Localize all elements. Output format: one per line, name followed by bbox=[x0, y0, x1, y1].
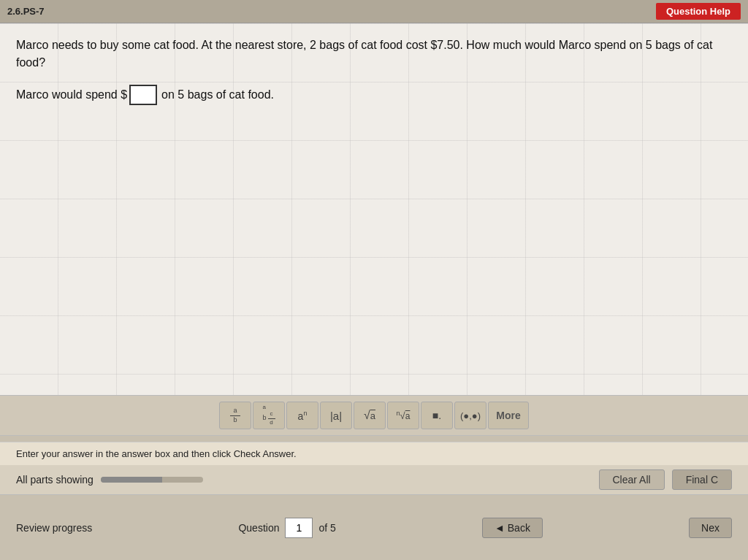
back-button[interactable]: ◄ Back bbox=[482, 518, 543, 538]
answer-prefix: Marco would spend $ bbox=[16, 88, 127, 101]
main-content: Marco needs to buy some cat food. At the… bbox=[0, 23, 748, 418]
ordered-pair-button[interactable]: (●,●) bbox=[454, 402, 486, 429]
parts-label: All parts showing bbox=[16, 474, 94, 486]
parts-progress-fill bbox=[101, 477, 162, 483]
decimal-button[interactable]: ■. bbox=[421, 402, 453, 429]
instruction-bar: Enter your answer in the answer box and … bbox=[0, 442, 748, 465]
superscript-button[interactable]: an bbox=[286, 402, 318, 429]
answer-line: Marco would spend $ on 5 bags of cat foo… bbox=[16, 85, 732, 105]
final-check-button[interactable]: Final C bbox=[672, 469, 732, 490]
question-number-input[interactable] bbox=[285, 518, 313, 538]
of-label: of 5 bbox=[318, 522, 335, 534]
parts-left: All parts showing bbox=[16, 474, 203, 486]
parts-progress bbox=[101, 477, 203, 483]
parts-bar: All parts showing Clear All Final C bbox=[0, 465, 748, 494]
fraction-button[interactable]: a b bbox=[219, 402, 251, 429]
absolute-value-button[interactable]: |a| bbox=[320, 402, 352, 429]
next-button[interactable]: Nex bbox=[689, 518, 732, 538]
clear-all-button[interactable]: Clear All bbox=[599, 469, 665, 490]
nav-bar: Review progress Question of 5 ◄ Back Nex bbox=[0, 494, 748, 560]
problem-id: 2.6.PS-7 bbox=[7, 6, 45, 17]
more-button[interactable]: More bbox=[488, 402, 529, 429]
question-help-button[interactable]: Question Help bbox=[656, 3, 741, 20]
nth-root-button[interactable]: n√a bbox=[387, 402, 419, 429]
question-nav: Question of 5 bbox=[238, 518, 335, 538]
review-progress-label: Review progress bbox=[16, 522, 92, 534]
instruction-text: Enter your answer in the answer box and … bbox=[16, 448, 297, 459]
top-bar: 2.6.PS-7 Question Help bbox=[0, 0, 748, 23]
math-toolbar: a b a b c d an |a| √a n√a bbox=[0, 395, 748, 436]
question-label: Question bbox=[238, 522, 279, 534]
answer-input[interactable] bbox=[129, 85, 157, 105]
sqrt-button[interactable]: √a bbox=[354, 402, 386, 429]
answer-suffix: on 5 bags of cat food. bbox=[161, 88, 274, 101]
mixed-number-button[interactable]: a b c d bbox=[253, 402, 285, 429]
question-text: Marco needs to buy some cat food. At the… bbox=[16, 37, 732, 72]
